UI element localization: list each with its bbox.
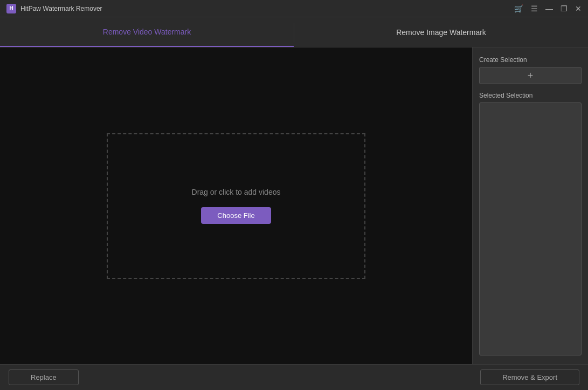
create-selection-section: Create Selection +	[479, 56, 582, 84]
tab-video-label: Remove Video Watermark	[103, 28, 191, 36]
right-panel: Create Selection + Selected Selection	[472, 47, 588, 364]
cart-icon[interactable]: 🛒	[514, 4, 523, 13]
replace-button[interactable]: Replace	[9, 370, 79, 385]
app-title: HitPaw Watermark Remover	[20, 5, 102, 12]
app-logo: H	[6, 4, 16, 13]
title-bar-controls: 🛒 ☰ — ❐ ✕	[514, 4, 582, 13]
canvas-area: Drag or click to add videos Choose File	[0, 47, 472, 364]
tab-image-label: Remove Image Watermark	[396, 28, 486, 37]
main-content: Drag or click to add videos Choose File …	[0, 47, 588, 364]
selected-selection-label: Selected Selection	[479, 92, 582, 99]
selected-selection-box	[479, 102, 582, 355]
menu-icon[interactable]: ☰	[531, 4, 538, 13]
minimize-icon[interactable]: —	[545, 4, 553, 13]
tab-image[interactable]: Remove Image Watermark	[294, 17, 588, 47]
drop-zone[interactable]: Drag or click to add videos Choose File	[107, 133, 365, 279]
title-bar-left: H HitPaw Watermark Remover	[6, 4, 102, 13]
remove-export-button[interactable]: Remove & Export	[480, 370, 579, 385]
tab-bar: Remove Video Watermark Remove Image Wate…	[0, 17, 588, 47]
tab-video[interactable]: Remove Video Watermark	[0, 17, 294, 47]
create-selection-button[interactable]: +	[479, 67, 582, 84]
choose-file-button[interactable]: Choose File	[201, 207, 271, 224]
close-icon[interactable]: ✕	[575, 4, 582, 13]
maximize-icon[interactable]: ❐	[561, 4, 568, 13]
selected-selection-section: Selected Selection	[479, 92, 582, 355]
drop-zone-text: Drag or click to add videos	[192, 188, 281, 196]
title-bar: H HitPaw Watermark Remover 🛒 ☰ — ❐ ✕	[0, 0, 588, 17]
plus-icon: +	[528, 70, 534, 81]
bottom-bar: Replace Remove & Export	[0, 364, 588, 390]
create-selection-label: Create Selection	[479, 56, 582, 64]
